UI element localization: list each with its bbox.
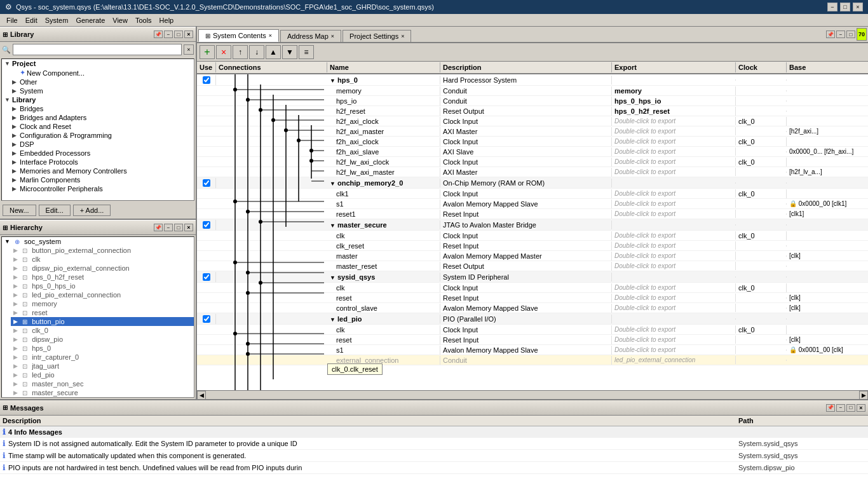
use-checkbox-ledpio[interactable] bbox=[203, 315, 210, 323]
hier-soc-system[interactable]: ▼ ⊕ soc_system bbox=[2, 237, 194, 246]
hierarchy-maximize-button[interactable]: □ bbox=[174, 224, 183, 231]
messages-group-info[interactable]: ℹ 4 Info Messages bbox=[0, 426, 868, 438]
scroll-indicator[interactable]: 70 bbox=[857, 28, 867, 41]
minimize-button[interactable]: − bbox=[827, 3, 837, 11]
menu-system[interactable]: System bbox=[41, 15, 72, 25]
tab-address-map-close[interactable]: × bbox=[331, 33, 334, 39]
library-panel-controls[interactable]: 📌 − □ × bbox=[154, 30, 193, 38]
tab-project-settings-close[interactable]: × bbox=[401, 33, 404, 39]
menu-tools[interactable]: Tools bbox=[132, 15, 156, 25]
sc-menu-button[interactable]: ≡ bbox=[299, 45, 314, 59]
sc-down-button[interactable]: ↓ bbox=[249, 45, 264, 59]
tree-clock-reset[interactable]: ▶ Clock and Reset bbox=[10, 122, 194, 131]
menu-generate[interactable]: Generate bbox=[72, 15, 109, 25]
menu-edit[interactable]: Edit bbox=[22, 15, 41, 25]
expand-sysid[interactable]: ▼ bbox=[330, 274, 336, 281]
sc-up-button[interactable]: ↑ bbox=[233, 45, 248, 59]
tab-address-map[interactable]: Address Map × bbox=[280, 30, 341, 42]
tree-other[interactable]: ▶ Other bbox=[10, 78, 194, 86]
tree-system[interactable]: ▶ System bbox=[10, 86, 194, 95]
sc-move-down-button[interactable]: ▼ bbox=[282, 45, 297, 59]
library-minimize-button[interactable]: − bbox=[164, 30, 173, 38]
hier-jtag-uart[interactable]: ▶ ⊡ jtag_uart bbox=[11, 362, 194, 370]
use-checkbox-onchip[interactable] bbox=[203, 179, 210, 187]
library-search-input[interactable] bbox=[13, 44, 182, 55]
messages-panel-controls[interactable]: 📌 − □ × bbox=[826, 404, 865, 412]
hier-hps-io[interactable]: ▶ ⊡ hps_0_hps_io bbox=[11, 281, 194, 290]
tree-marlin[interactable]: ▶ Marlin Components bbox=[10, 175, 194, 184]
tree-library-root[interactable]: ▼ Library bbox=[2, 95, 194, 104]
library-maximize-button[interactable]: □ bbox=[174, 30, 183, 38]
messages-maximize-button[interactable]: □ bbox=[846, 404, 855, 412]
hier-master-secure[interactable]: ▶ ⊡ master_secure bbox=[11, 388, 194, 397]
tree-embedded-processors[interactable]: ▶ Embedded Processors bbox=[10, 149, 194, 158]
use-checkbox-sysid[interactable] bbox=[203, 273, 210, 281]
hier-intr-capturer[interactable]: ▶ ⊡ intr_capturer_0 bbox=[11, 353, 194, 362]
library-pin-button[interactable]: 📌 bbox=[154, 30, 163, 38]
hier-dipsw-pio[interactable]: ▶ ⊡ dipsw_pio bbox=[11, 335, 194, 344]
col-header-use: Use bbox=[197, 62, 216, 72]
sc-move-up-button[interactable]: ▲ bbox=[266, 45, 281, 59]
hier-reset[interactable]: ▶ ⊡ reset bbox=[11, 308, 194, 317]
tree-bridges[interactable]: ▶ Bridges bbox=[10, 104, 194, 113]
tree-interface-protocols[interactable]: ▶ Interface Protocols bbox=[10, 158, 194, 166]
use-checkbox-hps0[interactable] bbox=[203, 76, 210, 84]
tree-new-component[interactable]: ✦ New Component... bbox=[10, 68, 194, 78]
messages-minimize-button[interactable]: − bbox=[836, 404, 845, 412]
table-row: external_connection Conduit led_pio_exte… bbox=[197, 355, 868, 365]
hierarchy-pin-button[interactable]: 📌 bbox=[154, 224, 163, 231]
search-clear-button[interactable]: × bbox=[184, 44, 194, 55]
expand-onchip[interactable]: ▼ bbox=[330, 180, 336, 187]
tab-project-settings[interactable]: Project Settings × bbox=[342, 30, 411, 42]
tree-microcontroller[interactable]: ▶ Microcontroller Peripherals bbox=[10, 184, 194, 193]
maximize-button[interactable]: □ bbox=[840, 3, 850, 11]
add-button[interactable]: + Add... bbox=[73, 205, 111, 216]
hier-master-non-sec[interactable]: ▶ ⊡ master_non_sec bbox=[11, 379, 194, 388]
sc-toolbar: + × ↑ ↓ ▲ ▼ ≡ bbox=[197, 43, 868, 62]
search-icon: 🔍 bbox=[2, 46, 11, 54]
messages-close-button[interactable]: × bbox=[857, 404, 865, 412]
edit-button[interactable]: Edit... bbox=[39, 205, 71, 216]
hier-hps-h2f[interactable]: ▶ ⊡ hps_0_h2f_reset bbox=[11, 273, 194, 281]
window-controls[interactable]: − □ × bbox=[827, 3, 863, 11]
expand-ledpio[interactable]: ▼ bbox=[330, 316, 336, 323]
tree-memories[interactable]: ▶ Memories and Memory Controllers bbox=[10, 166, 194, 175]
table-row: clk Clock Input Double-click to export c… bbox=[197, 283, 868, 293]
menu-file[interactable]: File bbox=[3, 15, 22, 25]
use-checkbox-mastersec[interactable] bbox=[203, 221, 210, 229]
tree-bridges-adapters[interactable]: ▶ Bridges and Adapters bbox=[10, 113, 194, 122]
sc-add-button[interactable]: + bbox=[200, 45, 215, 59]
hierarchy-minimize-button[interactable]: − bbox=[164, 224, 173, 231]
tab-bar-max[interactable]: □ bbox=[846, 30, 855, 38]
new-button[interactable]: New... bbox=[3, 205, 36, 216]
hier-button-pio-ext[interactable]: ▶ ⊡ button_pio_external_connection bbox=[11, 246, 194, 255]
menu-view[interactable]: View bbox=[109, 15, 132, 25]
tab-system-contents[interactable]: ⊞ System Contents × bbox=[198, 29, 279, 42]
hier-dipsw-ext[interactable]: ▶ ⊡ dipsw_pio_external_connection bbox=[11, 264, 194, 273]
close-button[interactable]: × bbox=[853, 3, 863, 11]
horizontal-scrollbar[interactable]: ◀ ▶ bbox=[197, 390, 868, 399]
hier-led-pio[interactable]: ▶ ⊡ led_pio bbox=[11, 370, 194, 379]
hierarchy-close-button[interactable]: × bbox=[184, 224, 193, 231]
hierarchy-panel-controls[interactable]: 📌 − □ × bbox=[154, 224, 193, 231]
expand-hps0[interactable]: ▼ bbox=[330, 78, 336, 84]
expand-mastersec[interactable]: ▼ bbox=[330, 222, 336, 229]
tree-dsp[interactable]: ▶ DSP bbox=[10, 140, 194, 149]
tab-bar-min[interactable]: − bbox=[836, 30, 845, 38]
hier-hps0[interactable]: ▶ ⊡ hps_0 bbox=[11, 344, 194, 353]
hier-led-ext[interactable]: ▶ ⊡ led_pio_external_connection bbox=[11, 290, 194, 299]
tab-system-contents-close[interactable]: × bbox=[269, 32, 272, 39]
hier-clk[interactable]: ▶ ⊡ clk bbox=[11, 255, 194, 264]
scroll-right-button[interactable]: ▶ bbox=[859, 391, 868, 399]
hier-memory[interactable]: ▶ ⊡ memory bbox=[11, 299, 194, 308]
tab-bar-pin[interactable]: 📌 bbox=[826, 30, 835, 38]
tree-config-programming[interactable]: ▶ Configuration & Programming bbox=[10, 131, 194, 140]
scroll-left-button[interactable]: ◀ bbox=[197, 391, 206, 399]
library-close-button[interactable]: × bbox=[184, 30, 193, 38]
hier-clk0[interactable]: ▶ ⊡ clk_0 bbox=[11, 326, 194, 335]
sc-remove-button[interactable]: × bbox=[216, 45, 231, 59]
hier-button-pio[interactable]: ▶ ⊞ button_pio bbox=[11, 317, 194, 326]
menu-help[interactable]: Help bbox=[156, 15, 178, 25]
messages-pin-button[interactable]: 📌 bbox=[826, 404, 835, 412]
tree-project-root[interactable]: ▼ Project bbox=[2, 59, 194, 68]
